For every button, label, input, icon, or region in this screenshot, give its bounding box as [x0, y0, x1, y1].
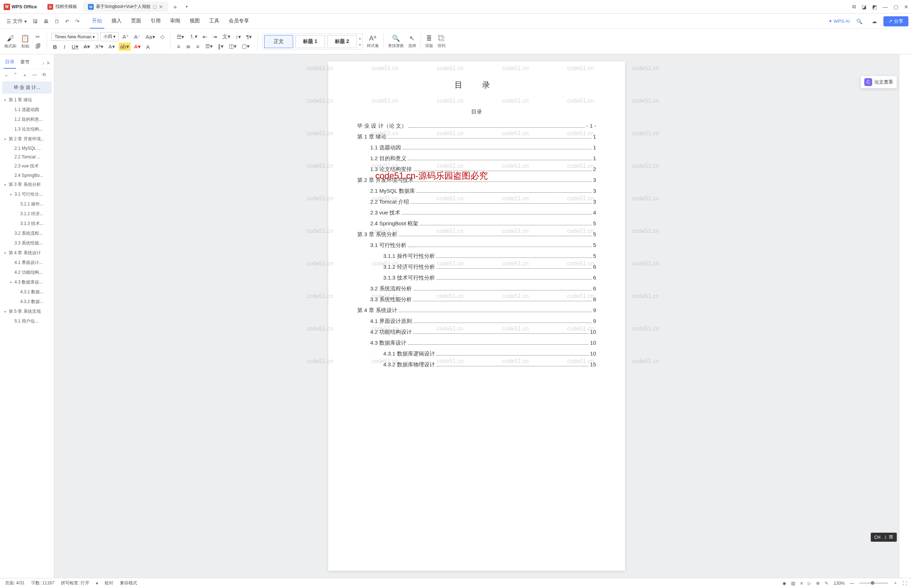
ribbon-tab-0[interactable]: 开始 [90, 14, 104, 29]
toc-row-1[interactable]: 第 1 章 绪论1 [357, 131, 596, 142]
style-heading2[interactable]: 标题 2 [327, 35, 357, 48]
nav-item-3[interactable]: 1.3 论文结构... [0, 124, 54, 134]
nav-down-icon[interactable]: ⌄ [4, 72, 8, 79]
nav-item-18[interactable]: 4.2 功能结构... [0, 268, 54, 277]
tree-caret-icon[interactable]: ▾ [4, 137, 9, 141]
nav-item-14[interactable]: 3.2 系统流程... [0, 229, 54, 238]
shading-icon[interactable]: ◫▾ [227, 42, 238, 50]
nav-item-23[interactable]: 5.1 用户信... [0, 317, 54, 326]
nav-item-15[interactable]: 3.3 系统性能... [0, 238, 54, 248]
toc-row-7[interactable]: 2.2 Tomcat 介绍3 [357, 196, 596, 207]
toc-row-5[interactable]: 第 2 章 开发环境与技术3 [357, 174, 596, 186]
save-icon[interactable]: 🖫 [30, 16, 40, 26]
nav-item-16[interactable]: ▾第 4 章 系统设计 [0, 248, 54, 258]
nav-item-11[interactable]: 3.1.1 操作... [0, 199, 54, 209]
bold-button[interactable]: B [52, 43, 58, 51]
zoom-out-button[interactable]: — [850, 581, 854, 586]
line-spacing-icon[interactable]: ‖▾ [216, 42, 225, 50]
nav-item-0[interactable]: ▾第 1 章 绪论 [0, 95, 54, 105]
nav-item-6[interactable]: 2.2 Tomcat ... [0, 153, 54, 161]
style-scroll-up[interactable]: ▴ [359, 36, 361, 40]
indent-icon[interactable]: ⇥ [211, 33, 219, 41]
cloud-icon[interactable]: ☁ [869, 16, 880, 26]
view-page-icon[interactable]: ▤ [791, 581, 795, 586]
paper-check-button[interactable]: C 论文查重 [860, 76, 897, 88]
toc-row-19[interactable]: 4.2 功能结构设计10 [357, 326, 596, 338]
nav-item-9[interactable]: ▾第 3 章 系统分析 [0, 180, 54, 189]
toc-row-9[interactable]: 2.4 SpringBoot 框架5 [357, 218, 596, 229]
status-spell[interactable]: 拼写检查: 打开 [61, 580, 89, 586]
font-effect-button[interactable]: A▾ [107, 43, 117, 51]
nav-item-2[interactable]: 1.2 目的和意... [0, 115, 54, 124]
borders-icon[interactable]: ▢▾ [240, 42, 251, 50]
nav-item-12[interactable]: 3.1.2 经济... [0, 209, 54, 219]
toc-row-3[interactable]: 1.2 目的和意义1 [357, 153, 596, 164]
undo-icon[interactable]: ↶ [62, 16, 72, 26]
sort-icon[interactable]: ↕▾ [234, 33, 243, 41]
cut-icon[interactable]: ✂ [34, 33, 42, 41]
nav-item-19[interactable]: ▾4.3 数据库设... [0, 277, 54, 287]
toc-row-16[interactable]: 3.3 系统性能分析8 [357, 294, 596, 305]
layout-icon[interactable]: ≣ [426, 34, 432, 42]
redo-icon[interactable]: ↷ [72, 16, 83, 26]
tree-caret-icon[interactable]: ▾ [10, 281, 15, 284]
superscript-button[interactable]: X²▾ [94, 43, 105, 51]
toc-row-11[interactable]: 3.1 可行性分析5 [357, 240, 596, 250]
print-preview-icon[interactable]: 🗋 [52, 16, 62, 26]
number-list-icon[interactable]: ⒈▾ [188, 32, 199, 41]
change-case-icon[interactable]: Aa▾ [144, 33, 156, 41]
style-set-icon[interactable]: Aᴬ [369, 34, 376, 42]
nav-up-icon[interactable]: ⌃ [13, 72, 17, 79]
style-normal[interactable]: 正文 [264, 35, 293, 48]
toc-row-10[interactable]: 第 3 章 系统分析5 [357, 229, 596, 240]
italic-button[interactable]: I [61, 43, 68, 51]
font-family-select[interactable]: Times New Roman ▾ [52, 33, 98, 41]
status-words[interactable]: 字数: 11167 [31, 580, 54, 586]
nav-item-8[interactable]: 2.4 SpringBo... [0, 171, 54, 180]
toc-row-8[interactable]: 2.3 vue 技术4 [357, 207, 596, 218]
avatar-icon[interactable]: ◩ [872, 4, 877, 10]
tab-close-icon[interactable]: ✕ [159, 4, 163, 10]
zoom-in-button[interactable]: ＋ [893, 580, 897, 586]
toc-row-0[interactable]: 毕 业 设 计（论 文）- 1 - [357, 120, 596, 131]
minimize-button[interactable]: — [883, 4, 888, 10]
nav-next-icon[interactable]: › [43, 60, 44, 66]
window-copy-icon[interactable]: ⧉ [852, 3, 856, 10]
view-outline-icon[interactable]: ≡ [800, 581, 803, 586]
status-page[interactable]: 页面: 4/31 [5, 580, 24, 586]
tree-caret-icon[interactable]: ▾ [4, 183, 9, 187]
nav-item-4[interactable]: ▾第 2 章 开发环境... [0, 134, 54, 144]
nav-item-5[interactable]: 2.1 MySQL ... [0, 144, 54, 153]
zoom-slider[interactable] [859, 583, 888, 584]
maximize-button[interactable]: ▢ [894, 4, 898, 10]
text-direction-icon[interactable]: 文▾ [221, 32, 232, 41]
view-read-icon[interactable]: ◉ [782, 581, 786, 586]
print-icon[interactable]: 🖶 [40, 16, 52, 26]
new-tab-button[interactable]: ＋ [168, 3, 182, 11]
zoom-level[interactable]: 130% [833, 581, 845, 586]
nav-item-21[interactable]: 4.3.2 数据... [0, 297, 54, 307]
close-button[interactable]: ✕ [904, 4, 909, 10]
toc-row-22[interactable]: 4.3.2 数据库物理设计15 [357, 359, 596, 370]
nav-item-13[interactable]: 3.1.3 技术... [0, 219, 54, 229]
toc-row-15[interactable]: 3.2 系统流程分析6 [357, 283, 596, 294]
strike-button[interactable]: A▾ [82, 43, 92, 51]
paste-icon[interactable]: 📋 [21, 34, 30, 43]
nav-tab-toc[interactable]: 目录 [3, 57, 16, 69]
view-globe-icon[interactable]: ⊕ [816, 581, 820, 586]
format-painter-icon[interactable]: 🖌 [7, 34, 14, 43]
toc-row-2[interactable]: 1.1 选题动因1 [357, 142, 596, 153]
char-border-button[interactable]: A [144, 43, 152, 51]
font-grow-icon[interactable]: A⁺ [121, 33, 130, 41]
toc-row-6[interactable]: 2.1 MySQL 数据库3 [357, 186, 596, 196]
nav-item-10[interactable]: ▾3.1 可行性分... [0, 189, 54, 199]
document-tab-0[interactable]: D找稻壳模板 [42, 2, 82, 12]
ribbon-tab-3[interactable]: 引用 [148, 14, 163, 29]
font-color-button[interactable]: A▾ [133, 43, 142, 51]
ribbon-tab-4[interactable]: 审阅 [168, 14, 182, 29]
nav-item-7[interactable]: 2.3 vue 技术 [0, 161, 54, 171]
nav-refresh-icon[interactable]: ⟲ [42, 72, 46, 79]
status-spell-dropdown[interactable]: ▾ [96, 581, 98, 586]
nav-item-17[interactable]: 4.1 界面设计... [0, 258, 54, 268]
nav-add-icon[interactable]: ＋ [23, 72, 27, 79]
